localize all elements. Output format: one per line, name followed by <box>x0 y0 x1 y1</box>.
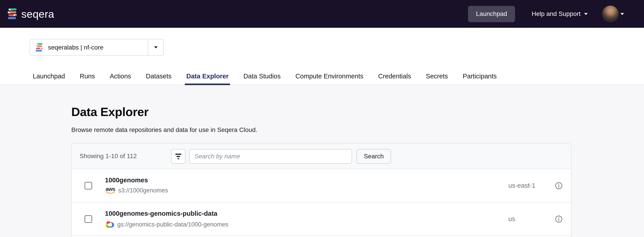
bucket-uri: gs://genomics-public-data/1000-genomes <box>117 221 228 228</box>
bucket-region: us <box>508 203 515 236</box>
top-navbar: seqera Launchpad Help and Support <box>0 0 644 28</box>
google-cloud-icon <box>105 220 115 229</box>
brand-wordmark: seqera <box>21 8 54 20</box>
bucket-region: us-east-1 <box>508 169 536 202</box>
page-title: Data Explorer <box>71 105 149 119</box>
bucket-uri: s3://1000genomes <box>118 187 168 194</box>
tab-datasets[interactable]: Datasets <box>144 73 173 85</box>
table-toolbar: Showing 1-10 of 112 Search <box>72 144 571 169</box>
row-checkbox[interactable] <box>84 215 92 223</box>
tab-launchpad[interactable]: Launchpad <box>31 73 66 85</box>
page-subtitle: Browse remote data repositories and data… <box>71 126 258 134</box>
launchpad-button[interactable]: Launchpad <box>468 6 515 22</box>
workspace-selector-value: seqeralabs | nf-core <box>48 44 103 51</box>
workspace-dropdown-toggle[interactable] <box>148 39 163 55</box>
table-row: 1000genomes-genomics-public-data gs://ge… <box>72 203 571 236</box>
tab-data-explorer[interactable]: Data Explorer <box>185 73 230 85</box>
chevron-down-icon <box>154 46 158 48</box>
tab-participants[interactable]: Participants <box>461 73 498 85</box>
chevron-down-icon <box>584 13 588 15</box>
tab-compute-environments[interactable]: Compute Environments <box>294 73 365 85</box>
table-row: 1000genomes aws s3://1000genomes us-east… <box>72 169 571 203</box>
filter-button[interactable] <box>171 149 186 164</box>
row-checkbox[interactable] <box>84 182 92 190</box>
next-row-partial <box>72 236 571 237</box>
workspace-tabs: Launchpad Runs Actions Datasets Data Exp… <box>31 73 498 85</box>
page: seqera Launchpad Help and Support <box>0 0 644 237</box>
seqera-logo-icon <box>8 8 18 20</box>
filter-icon <box>175 154 182 155</box>
data-explorer-card: Showing 1-10 of 112 Search 1000genomes a… <box>71 143 571 237</box>
results-summary: Showing 1-10 of 112 <box>80 144 137 169</box>
tab-secrets[interactable]: Secrets <box>424 73 449 85</box>
info-icon[interactable] <box>555 182 562 190</box>
bucket-name[interactable]: 1000genomes-genomics-public-data <box>105 210 228 217</box>
bucket-name[interactable]: 1000genomes <box>105 177 168 184</box>
tab-data-studios[interactable]: Data Studios <box>242 73 282 85</box>
tab-credentials[interactable]: Credentials <box>376 73 412 85</box>
user-menu[interactable] <box>602 5 624 22</box>
search-input[interactable] <box>189 149 352 164</box>
help-and-support-menu[interactable]: Help and Support <box>532 10 588 17</box>
chevron-down-icon <box>620 13 624 15</box>
seqera-mark-icon <box>36 43 44 52</box>
tab-actions[interactable]: Actions <box>108 73 132 85</box>
tab-runs[interactable]: Runs <box>78 73 97 85</box>
workspace-header: seqeralabs | nf-core Launchpad Runs Acti… <box>0 28 644 85</box>
avatar[interactable] <box>602 5 619 22</box>
info-icon[interactable] <box>555 215 562 223</box>
main-content: Data Explorer Browse remote data reposit… <box>0 85 644 237</box>
workspace-selector[interactable]: seqeralabs | nf-core <box>30 39 164 56</box>
search-button[interactable]: Search <box>356 149 391 164</box>
aws-icon: aws <box>105 187 116 194</box>
help-and-support-label: Help and Support <box>532 10 580 17</box>
seqera-brand[interactable]: seqera <box>8 8 54 20</box>
